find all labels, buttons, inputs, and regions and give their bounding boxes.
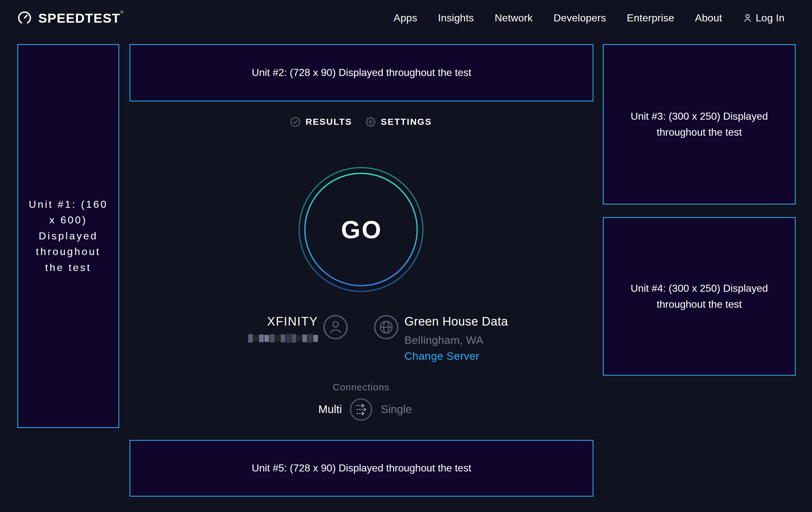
nav-item-insights[interactable]: Insights xyxy=(438,12,474,24)
gear-icon xyxy=(366,117,376,127)
view-tabs: RESULTS SETTINGS xyxy=(290,117,432,127)
ad-unit-2[interactable]: Unit #2: (728 x 90) Displayed throughout… xyxy=(129,44,593,102)
nav-item-developers[interactable]: Developers xyxy=(553,12,606,24)
connections-single-label: Single xyxy=(381,403,412,415)
check-circle-icon xyxy=(290,117,300,127)
logo-text: SPEEDTEST® xyxy=(38,10,123,26)
ip-address-redacted xyxy=(247,334,318,343)
ad-unit-1[interactable]: Unit #1: (160 x 600) Displayed throughou… xyxy=(17,44,119,428)
nav-item-apps[interactable]: Apps xyxy=(394,12,417,24)
trademark-mark: ® xyxy=(120,10,123,15)
tab-settings[interactable]: SETTINGS xyxy=(366,117,432,127)
ad-unit-3[interactable]: Unit #3: (300 x 250) Displayed throughou… xyxy=(603,44,796,205)
tab-results[interactable]: RESULTS xyxy=(290,117,352,127)
login-button[interactable]: Log In xyxy=(743,12,785,24)
isp-user-icon xyxy=(323,315,348,340)
ad-unit-3-label: Unit #3: (300 x 250) Displayed throughou… xyxy=(625,109,774,140)
server-location: Bellingham, WA xyxy=(404,334,484,346)
ad-unit-2-label: Unit #2: (728 x 90) Displayed throughout… xyxy=(252,65,471,81)
nav-item-enterprise[interactable]: Enterprise xyxy=(627,12,674,24)
go-button-label: GO xyxy=(297,166,425,293)
nav-item-network[interactable]: Network xyxy=(495,12,532,24)
go-button[interactable]: GO xyxy=(297,166,425,293)
speedometer-icon xyxy=(17,10,32,25)
ad-unit-4-label: Unit #4: (300 x 250) Displayed throughou… xyxy=(625,280,774,312)
main-nav: Apps Insights Network Developers Enterpr… xyxy=(394,12,785,24)
nav-item-about[interactable]: About xyxy=(695,12,722,24)
change-server-link[interactable]: Change Server xyxy=(404,350,480,362)
tab-results-label: RESULTS xyxy=(306,117,352,127)
ad-unit-5-label: Unit #5: (728 x 90) Displayed throughout… xyxy=(252,460,471,476)
tab-settings-label: SETTINGS xyxy=(381,117,432,127)
ad-unit-4[interactable]: Unit #4: (300 x 250) Displayed throughou… xyxy=(603,217,796,376)
ad-unit-5[interactable]: Unit #5: (728 x 90) Displayed throughout… xyxy=(129,440,593,497)
isp-name: XFINITY xyxy=(267,315,318,328)
server-name: Green House Data xyxy=(404,315,508,328)
speedtest-page: SPEEDTEST® Apps Insights Network Develop… xyxy=(0,0,812,512)
server-globe-icon xyxy=(374,315,399,340)
login-label: Log In xyxy=(756,12,785,24)
user-icon xyxy=(743,13,752,23)
top-nav-bar: SPEEDTEST® Apps Insights Network Develop… xyxy=(0,0,812,36)
connection-mode-toggle[interactable] xyxy=(350,398,373,421)
speedtest-logo[interactable]: SPEEDTEST® xyxy=(17,10,123,26)
ad-unit-1-label: Unit #1: (160 x 600) Displayed throughou… xyxy=(25,197,112,276)
connections-multi-label: Multi xyxy=(318,403,342,415)
connections-label: Connections xyxy=(332,382,389,393)
